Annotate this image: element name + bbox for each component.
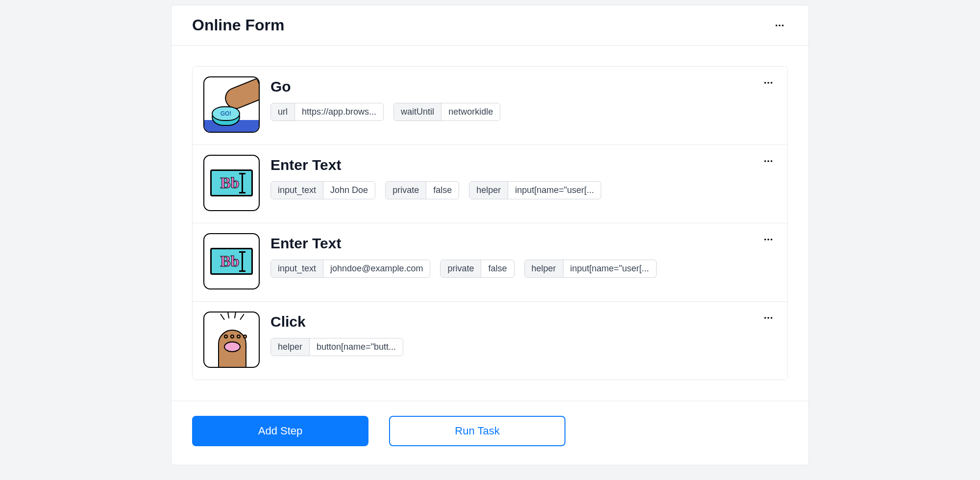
svg-point-12 — [764, 317, 766, 319]
param-tag: helper button[name="butt... — [270, 338, 403, 356]
param-key: private — [441, 260, 481, 277]
step-row[interactable]: Bb Enter Text input_text johndoe@example… — [193, 223, 787, 301]
step-title: Enter Text — [270, 235, 777, 252]
param-value: input[name="user[... — [564, 260, 656, 277]
step-title: Go — [270, 78, 777, 95]
step-content: Click helper button[name="butt... — [270, 312, 777, 356]
param-value: johndoe@example.com — [323, 260, 430, 277]
svg-point-0 — [776, 24, 778, 26]
param-value: input[name="user[... — [508, 182, 601, 199]
svg-point-10 — [767, 239, 769, 240]
step-content: Enter Text input_text John Doe private f… — [270, 155, 777, 199]
step-content: Go url https://app.brows... waitUntil ne… — [270, 76, 777, 121]
param-tag: helper input[name="user[... — [469, 181, 601, 199]
param-key: helper — [271, 338, 310, 356]
step-content: Enter Text input_text johndoe@example.co… — [270, 233, 777, 278]
task-panel: Online Form GO! Go url https://app.brows… — [171, 5, 809, 465]
param-value: John Doe — [323, 182, 375, 199]
more-horizontal-icon — [763, 77, 774, 88]
param-value: networkidle — [441, 103, 500, 120]
param-tag: url https://app.brows... — [270, 103, 384, 121]
more-horizontal-icon — [774, 20, 785, 31]
more-horizontal-icon — [763, 312, 774, 323]
step-row[interactable]: Click helper button[name="butt... — [193, 301, 787, 380]
go-icon: GO! — [204, 77, 259, 132]
svg-point-14 — [771, 317, 773, 319]
param-key: helper — [469, 182, 508, 199]
step-icon — [203, 312, 260, 368]
panel-more-button[interactable] — [771, 17, 788, 34]
step-more-button[interactable] — [760, 153, 777, 169]
page-title: Online Form — [192, 16, 284, 34]
svg-point-8 — [771, 160, 773, 162]
param-tag: input_text johndoe@example.com — [270, 260, 430, 278]
step-icon: Bb — [203, 233, 260, 289]
param-tag: waitUntil networkidle — [393, 103, 500, 121]
param-value: false — [481, 260, 514, 277]
step-icon: Bb — [203, 155, 260, 211]
param-key: helper — [525, 260, 564, 277]
svg-point-4 — [767, 82, 769, 84]
svg-point-2 — [782, 24, 784, 26]
steps-list: GO! Go url https://app.brows... waitUnti… — [192, 66, 788, 380]
param-tags: helper button[name="butt... — [270, 338, 777, 356]
param-tags: input_text johndoe@example.com private f… — [270, 260, 777, 278]
svg-point-9 — [764, 239, 766, 240]
svg-point-5 — [771, 82, 773, 84]
step-row[interactable]: Bb Enter Text input_text John Doe privat… — [193, 144, 787, 223]
panel-body: GO! Go url https://app.brows... waitUnti… — [172, 46, 808, 401]
param-value: false — [426, 182, 459, 199]
step-icon: GO! — [203, 76, 260, 133]
step-row[interactable]: GO! Go url https://app.brows... waitUnti… — [193, 67, 787, 144]
param-tags: url https://app.brows... waitUntil netwo… — [270, 103, 777, 121]
param-value: https://app.brows... — [295, 103, 383, 120]
param-tags: input_text John Doe private false helper… — [270, 181, 777, 199]
param-key: url — [271, 103, 295, 120]
param-key: input_text — [271, 182, 323, 199]
step-more-button[interactable] — [760, 310, 777, 326]
param-key: private — [386, 182, 426, 199]
add-step-button[interactable]: Add Step — [192, 416, 368, 446]
step-more-button[interactable] — [760, 231, 777, 248]
param-value: button[name="butt... — [310, 338, 403, 356]
param-tag: helper input[name="user[... — [524, 260, 657, 278]
param-tag: input_text John Doe — [270, 181, 375, 199]
more-horizontal-icon — [763, 234, 774, 245]
panel-header: Online Form — [172, 5, 808, 46]
param-tag: private false — [385, 181, 459, 199]
panel-footer: Add Step Run Task — [172, 401, 808, 465]
param-key: input_text — [271, 260, 323, 277]
step-title: Click — [270, 313, 777, 330]
svg-point-13 — [767, 317, 769, 319]
svg-point-3 — [764, 82, 766, 84]
param-tag: private false — [440, 260, 514, 278]
param-key: waitUntil — [394, 103, 441, 120]
svg-point-6 — [764, 160, 766, 162]
run-task-button[interactable]: Run Task — [389, 416, 565, 446]
svg-point-1 — [779, 24, 781, 26]
svg-point-11 — [771, 239, 773, 240]
step-title: Enter Text — [270, 157, 777, 173]
more-horizontal-icon — [763, 156, 774, 167]
step-more-button[interactable] — [760, 74, 777, 91]
svg-point-7 — [767, 160, 769, 162]
